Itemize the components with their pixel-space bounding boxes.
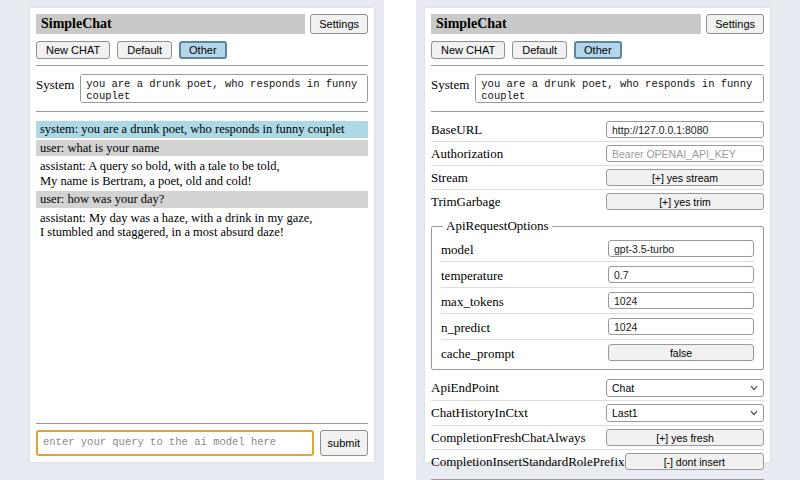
new-chat-button[interactable]: New CHAT [36, 41, 110, 59]
stream-label: Stream [431, 170, 468, 186]
setting-row-model: model [441, 236, 754, 261]
setting-row-stream: Stream [+] yes stream [431, 165, 764, 189]
header: SimpleChat Settings [431, 14, 764, 34]
divider [36, 423, 368, 424]
authorization-label: Authorization [431, 146, 503, 162]
n-predict-label: n_predict [441, 317, 490, 336]
setting-row-cache-prompt: cache_prompt false [441, 339, 754, 365]
chathistory-selected-value: Last1 [612, 407, 638, 419]
sessions-toolbar: New CHAT Default Other [431, 41, 764, 59]
max-tokens-input[interactable] [608, 292, 754, 309]
divider [431, 111, 764, 112]
chat-message-assistant: assistant: My day was a haze, with a dri… [36, 210, 368, 241]
apiendpoint-label: ApiEndPoint [431, 380, 499, 396]
chat-message-user: user: how was your day? [36, 191, 368, 208]
cache-prompt-toggle-button[interactable]: false [608, 344, 754, 361]
settings-button[interactable]: Settings [706, 14, 764, 34]
chat-panel: SimpleChat Settings New CHAT Default Oth… [30, 8, 374, 462]
new-chat-button[interactable]: New CHAT [431, 41, 505, 59]
setting-row-authorization: Authorization [431, 141, 764, 165]
setting-row-n-predict: n_predict [441, 313, 754, 339]
app-title: SimpleChat [36, 14, 305, 34]
setting-row-completion-fresh: CompletionFreshChatAlways [+] yes fresh [431, 425, 764, 449]
completion-roleprefix-toggle-button[interactable]: [-] dont insert [625, 453, 764, 470]
session-other-button[interactable]: Other [179, 41, 227, 59]
chevron-down-icon [749, 383, 759, 393]
settings-form: BaseURL Authorization Stream [+] yes str… [431, 118, 764, 473]
chat-message-assistant: assistant: A query so bold, with a tale … [36, 158, 368, 189]
api-request-options-legend: ApiRequestOptions [443, 218, 552, 234]
chevron-down-icon [749, 408, 759, 418]
model-input[interactable] [608, 240, 754, 257]
max-tokens-label: max_tokens [441, 291, 504, 310]
session-default-button[interactable]: Default [512, 41, 567, 59]
system-prompt-row: System you are a drunk poet, who respond… [36, 74, 368, 103]
trimgarbage-label: TrimGarbage [431, 194, 501, 210]
setting-row-baseurl: BaseURL [431, 118, 764, 141]
setting-row-apiendpoint: ApiEndPoint Chat [431, 376, 764, 400]
setting-row-chathistory: ChatHistoryInCtxt Last1 [431, 400, 764, 425]
system-prompt-input[interactable]: you are a drunk poet, who responds in fu… [80, 74, 368, 103]
temperature-input[interactable] [608, 266, 754, 283]
baseurl-label: BaseURL [431, 122, 482, 138]
setting-row-max-tokens: max_tokens [441, 287, 754, 313]
n-predict-input[interactable] [608, 318, 754, 335]
setting-row-trimgarbage: TrimGarbage [+] yes trim [431, 189, 764, 213]
chat-message-user: user: what is your name [36, 140, 368, 157]
query-input[interactable] [36, 430, 314, 456]
baseurl-input[interactable] [606, 121, 764, 138]
system-prompt-input[interactable]: you are a drunk poet, who responds in fu… [475, 74, 764, 103]
completion-fresh-label: CompletionFreshChatAlways [431, 430, 586, 446]
model-label: model [441, 239, 474, 258]
submit-button[interactable]: submit [320, 430, 368, 456]
completion-roleprefix-label: CompletionInsertStandardRolePrefix [431, 454, 625, 470]
settings-panel: SimpleChat Settings New CHAT Default Oth… [425, 8, 770, 462]
system-label: System [36, 74, 74, 93]
settings-button[interactable]: Settings [310, 14, 368, 34]
setting-row-temperature: temperature [441, 261, 754, 287]
header: SimpleChat Settings [36, 14, 368, 34]
divider [36, 65, 368, 66]
session-other-button[interactable]: Other [574, 41, 622, 59]
system-prompt-row: System you are a drunk poet, who respond… [431, 74, 764, 103]
chat-message-system: system: you are a drunk poet, who respon… [36, 121, 368, 138]
divider [431, 65, 764, 66]
app-title: SimpleChat [431, 14, 701, 34]
chat-messages: system: you are a drunk poet, who respon… [36, 121, 368, 417]
system-label: System [431, 74, 469, 93]
chathistory-select[interactable]: Last1 [606, 404, 764, 422]
chathistory-label: ChatHistoryInCtxt [431, 405, 528, 421]
authorization-input[interactable] [606, 145, 764, 162]
apiendpoint-select[interactable]: Chat [606, 379, 764, 397]
apiendpoint-selected-value: Chat [612, 382, 634, 394]
stream-toggle-button[interactable]: [+] yes stream [606, 169, 764, 186]
session-default-button[interactable]: Default [117, 41, 172, 59]
sessions-toolbar: New CHAT Default Other [36, 41, 368, 59]
trimgarbage-toggle-button[interactable]: [+] yes trim [606, 193, 764, 210]
panel-gap [384, 0, 416, 480]
temperature-label: temperature [441, 265, 503, 284]
completion-fresh-toggle-button[interactable]: [+] yes fresh [606, 429, 764, 446]
divider [36, 111, 368, 112]
query-row: submit [36, 430, 368, 456]
api-request-options-fieldset: ApiRequestOptions model temperature max_… [431, 218, 764, 370]
setting-row-completion-roleprefix: CompletionInsertStandardRolePrefix [-] d… [431, 449, 764, 473]
cache-prompt-label: cache_prompt [441, 343, 515, 362]
